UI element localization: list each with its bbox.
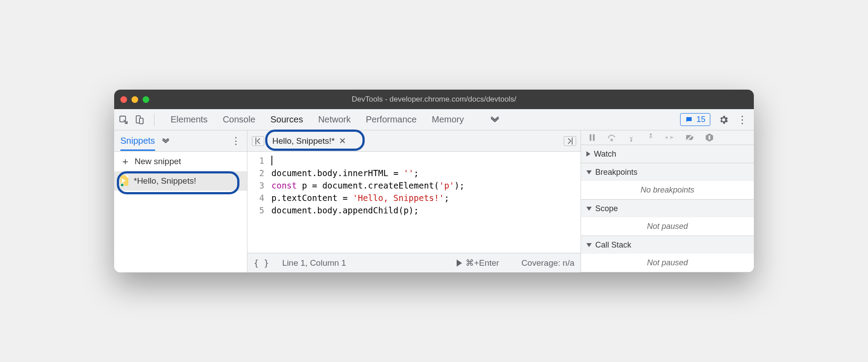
chevron-down-icon [586, 243, 592, 247]
new-snippet-button[interactable]: ＋ New snippet [114, 152, 247, 171]
sidebar-more-tabs-icon[interactable] [161, 138, 170, 144]
tab-console[interactable]: Console [223, 109, 255, 130]
sidebar-tab-snippets[interactable]: Snippets [120, 136, 155, 151]
debugger-section-body: Not paused [581, 254, 754, 272]
tab-network[interactable]: Network [318, 109, 350, 130]
editor-statusbar: { } Line 1, Column 1 ⌘+Enter Coverage: n… [247, 253, 581, 272]
workspace: Snippets ⋮ ＋ New snippet *Hello, [114, 130, 754, 272]
cursor-position: Line 1, Column 1 [282, 258, 346, 268]
tab-performance[interactable]: Performance [366, 109, 417, 130]
run-snippet-button[interactable]: ⌘+Enter [457, 258, 499, 268]
settings-icon[interactable] [718, 114, 729, 125]
snippets-sidebar: Snippets ⋮ ＋ New snippet *Hello, [114, 130, 247, 272]
debugger-section: BreakpointsNo breakpoints [581, 163, 754, 200]
tab-sources[interactable]: Sources [271, 109, 303, 130]
debugger-toolbar [581, 130, 754, 145]
debugger-section-label: Watch [594, 150, 616, 159]
devtools-window: DevTools - developer.chrome.com/docs/dev… [114, 90, 754, 272]
svg-point-5 [611, 139, 613, 141]
debugger-section: ScopeNot paused [581, 200, 754, 236]
deactivate-breakpoints-icon[interactable] [685, 133, 695, 142]
editor-panel: Hello, Snippets!* ✕ 12345 document.body.… [247, 130, 581, 272]
chevron-down-icon [586, 170, 592, 174]
editor-tab[interactable]: Hello, Snippets!* ✕ [268, 134, 350, 148]
chevron-down-icon [586, 207, 592, 211]
snippet-item[interactable]: *Hello, Snippets! [114, 171, 247, 191]
main-toolbar: Elements Console Sources Network Perform… [114, 109, 754, 130]
close-tab-icon[interactable]: ✕ [339, 136, 346, 146]
tab-elements[interactable]: Elements [171, 109, 207, 130]
line-gutter: 12345 [247, 154, 269, 253]
debugger-section: Watch [581, 145, 754, 163]
coverage-label: Coverage: n/a [522, 258, 574, 268]
debugger-section-body: No breakpoints [581, 181, 754, 199]
debugger-section-header[interactable]: Breakpoints [581, 163, 754, 181]
tab-memory[interactable]: Memory [432, 109, 464, 130]
window-close-button[interactable] [120, 96, 127, 103]
issues-badge[interactable]: 15 [680, 113, 710, 126]
debugger-section-header[interactable]: Scope [581, 200, 754, 217]
editor-tabbar: Hello, Snippets!* ✕ [247, 130, 581, 152]
svg-point-7 [650, 133, 652, 135]
debugger-section: Call StackNot paused [581, 236, 754, 272]
run-shortcut-label: ⌘+Enter [466, 258, 499, 268]
debugger-section-header[interactable]: Watch [581, 145, 754, 163]
window-title: DevTools - developer.chrome.com/docs/dev… [352, 95, 516, 104]
debugger-section-body: Not paused [581, 217, 754, 236]
snippet-item-label: *Hello, Snippets! [134, 176, 196, 186]
svg-rect-9 [709, 135, 710, 139]
kebab-menu-icon[interactable]: ⋮ [737, 117, 748, 122]
svg-point-8 [665, 137, 668, 139]
code-editor[interactable]: 12345 document.body.innerHTML = '';const… [247, 152, 581, 253]
step-out-icon[interactable] [646, 133, 656, 142]
pause-icon[interactable] [587, 133, 597, 142]
panel-tabs: Elements Console Sources Network Perform… [163, 109, 500, 130]
debugger-panel: WatchBreakpointsNo breakpointsScopeNot p… [581, 130, 754, 272]
window-maximize-button[interactable] [143, 96, 149, 103]
inspect-icon[interactable] [119, 115, 128, 125]
step-over-icon[interactable] [607, 133, 617, 142]
svg-point-6 [630, 140, 633, 142]
svg-rect-4 [593, 134, 595, 141]
traffic-lights [120, 96, 149, 103]
code-content[interactable]: document.body.innerHTML = '';const p = d… [269, 154, 581, 253]
editor-tab-label: Hello, Snippets!* [272, 136, 334, 146]
debugger-section-label: Breakpoints [595, 168, 637, 177]
more-tabs-icon[interactable] [490, 117, 500, 123]
sidebar-header: Snippets ⋮ [114, 130, 247, 152]
step-into-icon[interactable] [626, 133, 636, 142]
sidebar-kebab-icon[interactable]: ⋮ [231, 135, 241, 147]
svg-rect-2 [139, 118, 143, 124]
debugger-section-header[interactable]: Call Stack [581, 236, 754, 254]
divider [154, 114, 155, 126]
titlebar: DevTools - developer.chrome.com/docs/dev… [114, 90, 754, 109]
svg-rect-3 [590, 134, 592, 141]
window-minimize-button[interactable] [131, 96, 138, 103]
chevron-right-icon [586, 151, 590, 157]
debugger-section-label: Call Stack [595, 240, 631, 250]
device-toggle-icon[interactable] [135, 115, 144, 125]
issues-count: 15 [697, 115, 705, 124]
snippet-file-icon [120, 175, 129, 187]
editor-nav-forward-icon[interactable] [564, 136, 576, 146]
editor-nav-back-icon[interactable] [252, 136, 264, 146]
step-icon[interactable] [665, 133, 675, 142]
new-snippet-label: New snippet [135, 157, 181, 166]
pause-on-exceptions-icon[interactable] [705, 133, 714, 142]
debugger-section-label: Scope [595, 204, 618, 213]
format-icon[interactable]: { } [254, 258, 269, 268]
plus-icon: ＋ [120, 155, 130, 168]
play-icon [457, 260, 462, 267]
